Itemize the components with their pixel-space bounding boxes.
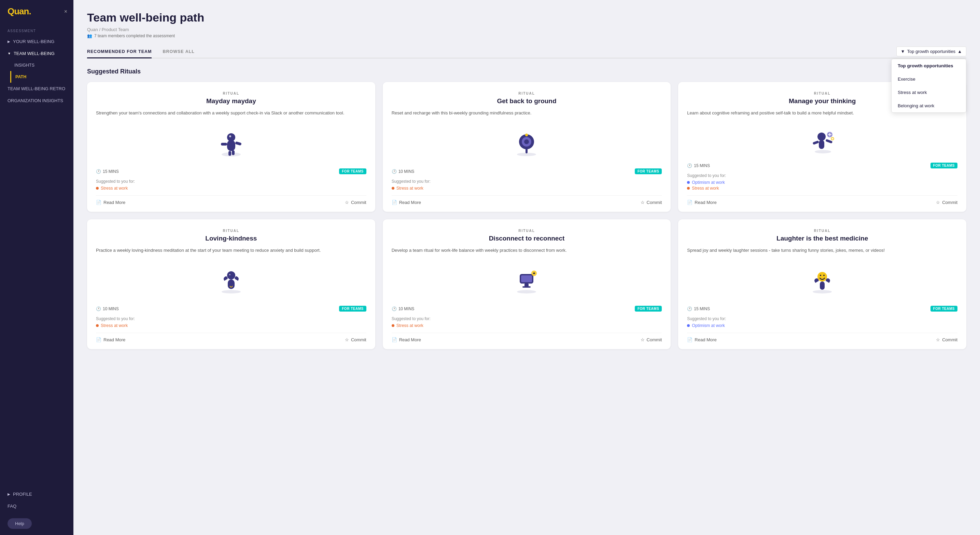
card-illustration — [392, 124, 662, 163]
breadcrumb-sep: / — [99, 27, 102, 32]
card-disconnect: RITUAL Disconnect to reconnect Develop a… — [383, 219, 671, 349]
tag-label: Stress at work — [396, 186, 423, 191]
card-meta: 🕐 15 MINS FOR TEAMS — [96, 169, 366, 174]
card-time: 🕐 15 MINS — [687, 306, 710, 311]
sidebar-item-your-well-being[interactable]: ▶ YOUR WELL-BEING — [0, 35, 73, 48]
card-time-text: 10 MINS — [398, 169, 415, 174]
tag-dot — [392, 324, 395, 327]
help-button[interactable]: Help — [8, 518, 32, 529]
svg-rect-17 — [813, 140, 819, 145]
suggested-label: Suggested to you for: — [96, 316, 366, 321]
svg-rect-3 — [221, 143, 227, 145]
commit-button[interactable]: ☆ Commit — [641, 337, 662, 342]
cards-grid: RITUAL Mayday mayday Strengthen your tea… — [87, 82, 966, 349]
star-icon: ☆ — [936, 337, 940, 342]
svg-rect-5 — [228, 151, 231, 156]
card-meta: 🕐 10 MINS FOR TEAMS — [392, 306, 662, 312]
sidebar-item-team-well-being[interactable]: ▼ TEAM WELL-BEING — [0, 48, 73, 59]
card-mayday: RITUAL Mayday mayday Strengthen your tea… — [87, 82, 375, 212]
card-time-text: 15 MINS — [103, 169, 119, 174]
book-icon: 📄 — [96, 200, 102, 205]
breadcrumb-org: Quan — [87, 27, 98, 32]
sidebar-item-insights[interactable]: INSIGHTS — [10, 59, 73, 71]
card-laughter: RITUAL Laughter is the best medicine Spr… — [678, 219, 966, 349]
card-title: Mayday mayday — [96, 97, 366, 105]
breadcrumb: Quan / Product Team — [87, 27, 966, 32]
read-more-button[interactable]: 📄 Read More — [687, 337, 716, 342]
card-title: Loving-kindness — [96, 235, 366, 242]
suggested-label: Suggested to you for: — [96, 179, 366, 184]
card-actions: 📄 Read More ☆ Commit — [96, 333, 366, 342]
filter-button[interactable]: ▼ Top growth opportunities ▲ — [896, 46, 966, 56]
commit-button[interactable]: ☆ Commit — [936, 337, 958, 342]
commit-button[interactable]: ☆ Commit — [345, 200, 366, 205]
read-more-button[interactable]: 📄 Read More — [96, 200, 125, 205]
card-time-text: 10 MINS — [103, 306, 119, 311]
read-more-button[interactable]: 📄 Read More — [687, 200, 716, 205]
svg-rect-4 — [235, 142, 242, 145]
card-badge: FOR TEAMS — [931, 162, 958, 169]
card-actions: 📄 Read More ☆ Commit — [687, 196, 958, 205]
svg-point-32 — [818, 272, 827, 282]
filter-option-belonging[interactable]: Belonging at work — [892, 99, 966, 112]
card-tags: Stress at work — [96, 186, 366, 191]
team-info: 👥 7 team members completed the assessmen… — [87, 33, 966, 38]
card-illustration — [392, 262, 662, 300]
card-badge: FOR TEAMS — [635, 306, 662, 312]
card-time-text: 10 MINS — [398, 306, 415, 311]
filter-caret-icon: ▲ — [958, 49, 962, 54]
filter-option-top-growth[interactable]: Top growth opportunities — [892, 59, 966, 72]
sidebar-item-profile[interactable]: ▶ PROFILE — [0, 488, 73, 500]
sidebar-item-org-insights[interactable]: ORGANIZATION INSIGHTS — [0, 95, 73, 107]
star-icon: ☆ — [936, 200, 940, 205]
svg-point-7 — [229, 135, 231, 137]
filter-icon: ▼ — [901, 49, 905, 54]
card-desc: Practice a weekly loving-kindness medita… — [96, 247, 366, 254]
tab-browse-all[interactable]: BROWSE ALL — [162, 46, 195, 59]
card-meta: 🕐 15 MINS FOR TEAMS — [687, 162, 958, 169]
commit-button[interactable]: ☆ Commit — [936, 200, 958, 205]
commit-button[interactable]: ☆ Commit — [345, 337, 366, 342]
card-tags: Stress at work — [392, 323, 662, 328]
team-well-being-submenu: INSIGHTS PATH — [0, 59, 73, 83]
app-logo: Quan. — [8, 6, 31, 17]
main-content: Team well-being path Quan / Product Team… — [73, 0, 980, 535]
card-type: RITUAL — [96, 92, 366, 95]
filter-option-stress[interactable]: Stress at work — [892, 86, 966, 99]
tag-dot — [687, 187, 690, 189]
card-desc: Strengthen your team's connections and c… — [96, 110, 366, 117]
tab-recommended[interactable]: RECOMMENDED FOR TEAM — [87, 46, 152, 59]
close-button[interactable]: × — [64, 8, 67, 15]
card-title: Laughter is the best medicine — [687, 235, 958, 242]
read-more-button[interactable]: 📄 Read More — [96, 337, 125, 342]
card-actions: 📄 Read More ☆ Commit — [96, 196, 366, 205]
svg-point-13 — [525, 134, 528, 136]
sidebar-item-path[interactable]: PATH — [10, 71, 73, 83]
tag-label: Stress at work — [396, 323, 423, 328]
read-more-button[interactable]: 📄 Read More — [392, 337, 421, 342]
card-time: 🕐 15 MINS — [687, 163, 710, 168]
svg-point-14 — [815, 150, 831, 153]
card-illustration — [687, 124, 958, 157]
sidebar-item-label: TEAM WELL-BEING — [14, 51, 55, 56]
sidebar-sub-label: INSIGHTS — [14, 63, 35, 68]
tag-dot — [96, 187, 99, 189]
read-more-button[interactable]: 📄 Read More — [392, 200, 421, 205]
card-type: RITUAL — [392, 92, 662, 95]
card-desc: Spread joy and weekly laughter sessions … — [687, 247, 958, 254]
commit-button[interactable]: ☆ Commit — [641, 200, 662, 205]
card-actions: 📄 Read More ☆ Commit — [392, 196, 662, 205]
svg-rect-27 — [521, 275, 532, 282]
filter-option-exercise[interactable]: Exercise — [892, 72, 966, 86]
card-loving-kindness: RITUAL Loving-kindness Practice a weekly… — [87, 219, 375, 349]
sidebar-item-label: ORGANIZATION INSIGHTS — [8, 98, 63, 103]
chevron-right-icon: ▶ — [8, 492, 10, 496]
suggested-label: Suggested to you for: — [687, 173, 958, 178]
tag-dot — [687, 181, 690, 184]
card-desc: Develop a team ritual for work-life bala… — [392, 247, 662, 254]
sidebar-item-label: YOUR WELL-BEING — [13, 39, 54, 44]
svg-point-25 — [517, 290, 536, 293]
sidebar-item-retro[interactable]: TEAM WELL-BEING RETRO — [0, 83, 73, 95]
card-title: Disconnect to reconnect — [392, 235, 662, 242]
sidebar-item-faq[interactable]: FAQ — [0, 500, 73, 512]
